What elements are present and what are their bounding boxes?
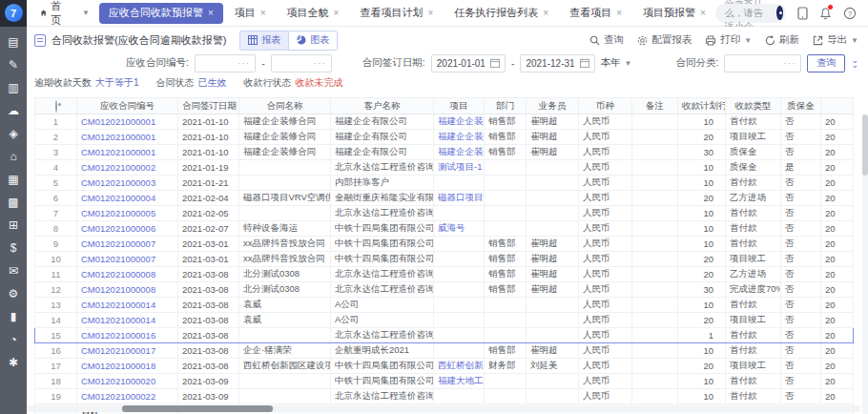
table-row[interactable]: 14CM0120210000142021-03-08袁威A公司人民币20项目竣工… (35, 313, 854, 328)
vertical-scroll-thumb[interactable] (862, 114, 868, 176)
close-icon[interactable]: × (334, 8, 340, 18)
col-customer[interactable]: 客户名称 (331, 98, 434, 114)
tab-project-alert[interactable]: 项目预报警× (633, 3, 715, 24)
tools-icon[interactable]: ✱ (7, 357, 20, 369)
col-contract-name[interactable]: 合同名称 (239, 98, 331, 114)
col-retention[interactable]: 质保金 (781, 98, 821, 114)
date-to-input[interactable]: 2021-12-31 (520, 54, 594, 72)
calendar-icon[interactable]: ▩ (7, 197, 20, 209)
cell-project-link[interactable]: 福建企企装修项 (434, 114, 485, 130)
col-salesperson[interactable]: 业务员 (527, 98, 579, 114)
date-from-input[interactable]: 2021-01-01 (431, 54, 506, 72)
cell-contract-no-link[interactable]: CM012021000007 (77, 252, 178, 267)
tab-project[interactable]: 项目× (225, 3, 276, 24)
close-icon[interactable]: × (427, 8, 433, 18)
history-clock-icon[interactable]: ◔ (7, 334, 20, 346)
cell-project-link[interactable]: 西虹桥创新园区 (434, 359, 485, 374)
cell-project-link[interactable]: 福建企企装修项 (434, 130, 485, 145)
cloud-sync-icon[interactable]: ☁ (7, 105, 20, 117)
col-department[interactable]: 部门 (485, 98, 527, 114)
cell-contract-no-link[interactable]: CM012021000018 (77, 359, 178, 374)
configure-report-action[interactable]: 配置报表 (637, 33, 692, 47)
table-row[interactable]: 1CM0120210000012021-01-10福建企企装修合同福建企企有限公… (35, 114, 854, 130)
cell-contract-no-link[interactable]: CM012021000006 (77, 221, 178, 237)
table-row[interactable]: 17CM0120210000182021-03-08西虹桥创新园区建设项目...… (35, 359, 854, 374)
col-sign-date[interactable]: 合同签订日期 (178, 98, 239, 114)
book-icon[interactable]: ▥ (7, 82, 20, 94)
tab-project-plan[interactable]: 查看项目计划× (350, 3, 443, 24)
table-row[interactable]: 15CM0120210000162021-03-08北京永达信工程造价咨询有限公… (35, 328, 854, 343)
table-row[interactable]: 10CM0120210000072021-03-01xx品牌抖音投放合同中铁十四… (35, 252, 854, 267)
cell-contract-no-link[interactable]: CM012021000008 (77, 282, 178, 298)
expand-filters-icon[interactable]: ⌄⌄ (851, 58, 858, 68)
col-currency[interactable]: 币种 (579, 98, 632, 114)
cell-contract-no-link[interactable]: CM012021000014 (77, 298, 178, 313)
vertical-scrollbar[interactable] (862, 114, 868, 414)
condition-value[interactable]: 大于等于1 (95, 76, 139, 90)
notification-bell-icon[interactable] (819, 6, 832, 21)
table-row[interactable]: 4CM0120210000022021-01-19北京永达信工程造价咨询有限公司… (35, 160, 854, 176)
mobile-app-icon[interactable] (797, 6, 808, 21)
cell-contract-no-link[interactable]: CM012021000001 (77, 130, 178, 145)
close-icon[interactable]: × (260, 8, 266, 18)
col-project[interactable]: 项目 (434, 98, 485, 114)
condition-value[interactable]: 收款未完成 (296, 76, 343, 90)
cell-project-link[interactable]: 福建企企装修项 (434, 145, 485, 160)
cell-project-link[interactable]: 福建大地工程集 (434, 374, 485, 389)
tab-view-project[interactable]: 查看项目× (560, 3, 631, 24)
col-remark[interactable]: 备注 (632, 98, 678, 114)
cell-contract-no-link[interactable]: CM012021000008 (77, 267, 178, 282)
help-icon[interactable]: ? (843, 6, 857, 21)
col-plan-line[interactable]: 收款计划行 (678, 98, 726, 114)
close-icon[interactable]: × (208, 8, 214, 18)
close-icon[interactable]: × (543, 8, 548, 18)
home-module-icon[interactable]: ⌂ (7, 151, 20, 163)
cell-project-link[interactable]: 威海号 (434, 221, 485, 237)
table-row[interactable]: 2CM0120210000012021-01-10福建企企装修合同福建企企有限公… (35, 130, 854, 145)
bar-chart-icon[interactable]: ▮ (7, 311, 20, 323)
table-row[interactable]: 16CM0120210000172021-03-08企企·猪满荣企航重明成长20… (35, 343, 854, 359)
contract-no-to-input[interactable]: ··· (271, 54, 332, 72)
close-icon[interactable]: × (700, 8, 706, 18)
export-action[interactable]: 导出 ▼ (813, 33, 858, 47)
cell-contract-no-link[interactable]: CM012021000022 (77, 389, 178, 404)
table-row[interactable]: 6CM0120210000042021-02-04磁器口项目VRV空调供应...… (35, 191, 854, 206)
select-column-header[interactable] (35, 98, 77, 114)
cell-contract-no-link[interactable]: CM012021000001 (77, 114, 178, 130)
cell-contract-no-link[interactable]: CM012021000002 (77, 160, 178, 176)
cell-contract-no-link[interactable]: CM012021000004 (77, 191, 178, 206)
table-row[interactable]: 5CM0120210000032021-01-21内部挂靠客户人民币10首付款否… (35, 176, 854, 191)
contract-no-from-input[interactable]: ··· (195, 54, 256, 72)
category-input[interactable]: ··· (724, 54, 801, 72)
tab-home[interactable]: 首页 ▼ (27, 0, 99, 28)
cell-contract-no-link[interactable]: CM012021000007 (77, 237, 178, 252)
chevron-down-icon[interactable]: ▼ (82, 9, 90, 17)
cell-contract-no-link[interactable]: CM012021000014 (77, 313, 178, 328)
app-logo[interactable]: 7 (0, 0, 27, 27)
cell-contract-no-link[interactable]: CM012021000003 (77, 176, 178, 191)
report-mail-icon[interactable]: ✉ (7, 265, 20, 278)
horizontal-scroll-thumb[interactable] (122, 405, 273, 412)
shield-icon[interactable]: ◈ (7, 128, 20, 140)
video-icon[interactable]: ▦ (7, 174, 20, 186)
grid-apps-icon[interactable]: ⊞ (7, 219, 20, 232)
refresh-action[interactable]: 刷新 (765, 33, 799, 47)
query-button[interactable]: 查询 (807, 54, 845, 72)
table-row[interactable]: 19CM0120210000222021-03-09北京永达信工程造价咨询有限公… (35, 389, 854, 404)
search-action[interactable]: 查询 (589, 33, 624, 47)
cell-contract-no-link[interactable]: CM012021000020 (77, 374, 178, 389)
edit-doc-icon[interactable]: ✎ (7, 59, 20, 72)
report-view-button[interactable]: 报表 (240, 31, 288, 50)
cell-contract-no-link[interactable]: CM012021000005 (77, 206, 178, 221)
assistant-search-input[interactable]: 您需要什么，请告诉小企 (715, 4, 786, 23)
table-row[interactable]: 8CM0120210000062021-02-07特种设备海运中铁十四局集团有限… (35, 221, 854, 237)
id-card-icon[interactable]: ▤ (7, 36, 20, 49)
chart-view-button[interactable]: 图表 (288, 31, 337, 50)
table-row[interactable]: 11CM0120210000082021-03-08北分测试0308北京永达信工… (35, 267, 854, 282)
period-select[interactable]: 本年 ▼ (601, 56, 632, 70)
finance-icon[interactable]: $ (7, 242, 20, 255)
cell-project-link[interactable]: 测试项目-1 (434, 160, 485, 176)
cell-contract-no-link[interactable]: CM012021000001 (77, 145, 178, 160)
tab-task-report-list[interactable]: 任务执行报告列表× (444, 3, 558, 24)
table-row[interactable]: 3CM0120210000012021-01-10福建企企装修合同福建企企有限公… (35, 145, 854, 160)
